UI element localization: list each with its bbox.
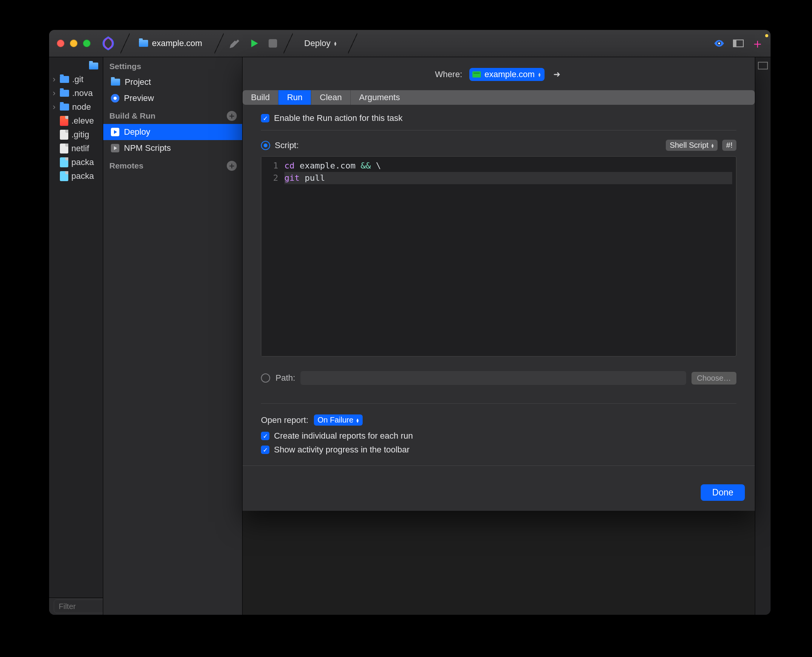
tab-build[interactable]: Build [243,90,278,105]
folder-icon [111,79,120,86]
file-row[interactable]: ›.git [49,73,103,86]
folder-icon [60,90,69,97]
action-tabs: BuildRunCleanArguments [243,90,755,105]
minimize-window-button[interactable] [70,40,78,47]
server-icon [472,71,481,78]
script-editor[interactable]: 12 cd example.com && \git pull [261,156,736,357]
run-config-selector[interactable]: Deploy ▴▾ [295,30,346,57]
file-row[interactable]: packa [49,155,103,169]
enable-run-label: Enable the Run action for this task [274,113,403,123]
file-name: packa [71,171,94,181]
close-window-button[interactable] [57,40,64,47]
file-name: .git [72,74,83,84]
file-name: .eleve [71,116,94,126]
run-config-label: Deploy [304,38,330,48]
project-chip[interactable]: example.com [132,30,212,57]
folder-icon[interactable] [89,63,98,69]
toolbar-progress-label: Show activity progress in the toolbar [274,445,409,455]
sidebar-item-project[interactable]: Project [103,74,242,90]
sidebar-item-label: Preview [124,93,154,103]
folder-icon [60,76,69,83]
folder-icon [139,40,148,47]
task-icon [111,128,119,136]
task-icon [111,144,119,152]
go-to-remote-button[interactable]: ➜ [551,69,562,80]
file-row[interactable]: netlif [49,142,103,155]
path-field[interactable] [300,371,686,385]
disclosure-icon: › [51,102,57,112]
filter-bar [49,598,103,615]
tab-run[interactable]: Run [278,90,311,105]
new-button[interactable]: ＋ [749,35,766,52]
toolbar-progress-row: ✓ Show activity progress in the toolbar [261,445,736,455]
sidebar-item-npm-scripts[interactable]: NPM Scripts [103,140,242,156]
eye-icon [111,94,119,102]
add-remote-button[interactable]: ＋ [227,161,237,171]
sidebar-item-label: Deploy [124,127,150,137]
file-name: netlif [71,144,89,154]
where-value: example.com [485,69,535,79]
app-logo [100,35,117,52]
editor-code[interactable]: cd example.com && \git pull [281,157,736,356]
individual-reports-label: Create individual reports for each run [274,431,413,441]
path-row: Path: Choose… [261,371,736,385]
file-row[interactable]: .eleve [49,114,103,128]
mode-path-radio[interactable] [261,373,270,383]
task-editor: Where: example.com ▴▾ ➜ BuildRunCleanArg… [243,57,755,615]
shebang-button[interactable]: #! [722,140,736,151]
sidebar-item-deploy[interactable]: Deploy [103,124,242,140]
script-lang-value: Shell Script [670,141,708,150]
where-select[interactable]: example.com ▴▾ [469,68,545,81]
chevron-updown-icon: ▴▾ [711,143,714,148]
toolbar-progress-checkbox[interactable]: ✓ [261,446,269,454]
individual-reports-checkbox[interactable]: ✓ [261,432,269,440]
window-body: ›.git›.nova›node.eleve.gitignetlifpackap… [49,57,771,615]
open-report-row: Open report: On Failure ▴▾ [261,414,736,426]
panel-toggle-button[interactable] [730,35,747,52]
app-window: example.com Deploy ▴▾ [49,30,771,615]
section-settings: Settings [103,57,242,74]
file-icon [60,144,68,154]
enable-run-checkbox[interactable]: ✓ [261,114,269,122]
where-label: Where: [435,69,462,79]
section-title: Settings [109,62,141,71]
choose-path-button[interactable]: Choose… [692,372,736,385]
inspector-toggle-icon[interactable] [758,62,768,69]
run-button[interactable] [245,35,262,52]
sidebar-item-label: NPM Scripts [124,143,171,153]
section-title: Build & Run [109,111,155,121]
editor-backdrop [243,511,755,615]
preview-button[interactable] [711,35,728,52]
file-row[interactable]: packa [49,169,103,183]
file-icon [60,171,68,181]
script-lang-select[interactable]: Shell Script ▴▾ [666,140,718,151]
divider [261,403,736,404]
sidebar-item-preview[interactable]: Preview [103,90,242,106]
file-row[interactable]: ›node [49,100,103,114]
open-report-select[interactable]: On Failure ▴▾ [314,414,363,426]
tab-arguments[interactable]: Arguments [350,90,408,105]
done-button[interactable]: Done [701,484,745,501]
open-report-value: On Failure [318,416,353,424]
section-remotes: Remotes ＋ [103,156,242,174]
stop-icon [269,39,277,48]
file-name: .gitig [71,130,89,140]
section-build-run: Build & Run ＋ [103,106,242,124]
chevron-updown-icon: ▴▾ [334,41,337,46]
file-row[interactable]: .gitig [49,128,103,142]
add-task-button[interactable]: ＋ [227,111,237,121]
filter-input[interactable] [58,602,103,611]
editor-gutter: 12 [261,157,281,356]
file-row[interactable]: ›.nova [49,86,103,100]
tab-clean[interactable]: Clean [311,90,350,105]
panel-icon [733,40,744,47]
files-sidebar: ›.git›.nova›node.eleve.gitignetlifpackap… [49,57,103,615]
right-rail [755,57,771,615]
file-icon [60,116,68,126]
build-button[interactable] [226,35,243,52]
file-icon [60,130,68,140]
mode-script-radio[interactable] [261,141,270,150]
where-row: Where: example.com ▴▾ ➜ [243,57,755,88]
stop-button[interactable] [264,35,281,52]
zoom-window-button[interactable] [83,40,91,47]
